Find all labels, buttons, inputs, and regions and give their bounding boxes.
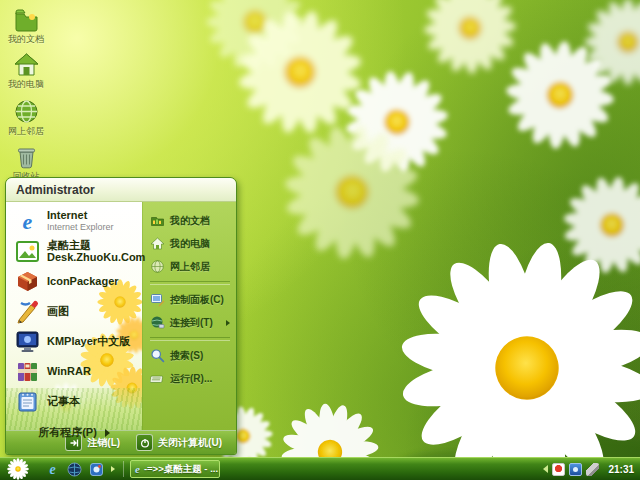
start-menu-places-panel: 我的文档 我的电脑 网上邻居 xyxy=(142,202,236,430)
desktop-icon-recycle-bin[interactable]: 回收站 xyxy=(2,143,50,181)
program-item-iconpackager[interactable]: IconPackager xyxy=(6,266,142,296)
menu-separator xyxy=(150,337,230,341)
desktop-icon-label: 我的电脑 xyxy=(8,79,44,89)
iconpackager-icon xyxy=(15,269,40,294)
menu-item-label: 我的电脑 xyxy=(170,237,210,251)
program-title: WinRAR xyxy=(47,365,91,377)
program-title: 记事本 xyxy=(47,395,80,407)
my-computer-icon xyxy=(13,51,40,78)
start-button[interactable] xyxy=(3,458,33,480)
connect-to-icon xyxy=(150,315,165,330)
tray-collapse-chevron-icon[interactable] xyxy=(543,465,548,473)
tray-ime-pen-icon[interactable] xyxy=(586,463,599,476)
quick-launch-ie-icon[interactable]: e xyxy=(45,462,60,477)
all-programs-arrow-icon xyxy=(105,429,110,437)
winrar-icon xyxy=(15,359,40,384)
desktop-icon-my-documents[interactable]: 我的文档 xyxy=(2,6,50,44)
desktop-icon-network-places[interactable]: 网上邻居 xyxy=(2,98,50,136)
system-tray: 21:31 xyxy=(543,463,637,476)
my-computer-icon xyxy=(150,236,165,251)
menu-separator xyxy=(150,281,230,285)
zhuoku-theme-icon xyxy=(15,239,40,264)
submenu-arrow-icon xyxy=(226,320,230,326)
notepad-icon xyxy=(15,389,40,414)
control-panel-icon xyxy=(150,292,165,307)
quick-launch-bar: e xyxy=(45,462,115,477)
kmplayer-icon xyxy=(15,329,40,354)
menu-item-control-panel[interactable]: 控制面板(C) xyxy=(149,288,231,311)
desktop-icon-label: 网上邻居 xyxy=(8,126,44,136)
menu-item-my-documents[interactable]: 我的文档 xyxy=(149,209,231,232)
program-item-zhuoku-theme[interactable]: 桌酷主题Desk.ZhuoKu.Com xyxy=(6,236,142,266)
program-item-notepad[interactable]: 记事本 xyxy=(6,386,142,416)
run-icon xyxy=(150,371,165,386)
program-item-internet[interactable]: e Internet Internet Explorer xyxy=(6,206,142,236)
network-places-icon xyxy=(13,98,40,125)
program-title: IconPackager xyxy=(47,275,119,287)
taskbar-clock[interactable]: 21:31 xyxy=(608,464,634,475)
recycle-bin-icon xyxy=(13,143,40,170)
program-title: KMPlayer中文版 xyxy=(47,335,130,347)
my-documents-icon xyxy=(13,6,40,33)
window-ie-icon: e xyxy=(135,462,140,477)
program-subtitle: Internet Explorer xyxy=(47,221,114,233)
quick-launch-app-icon[interactable] xyxy=(89,462,104,477)
start-menu-username: Administrator xyxy=(16,183,95,197)
menu-item-search[interactable]: 搜索(S) xyxy=(149,344,231,367)
menu-item-label: 运行(R)... xyxy=(170,372,212,386)
start-menu-user-banner: Administrator xyxy=(6,178,236,202)
menu-item-label: 控制面板(C) xyxy=(170,293,224,307)
menu-item-connect-to[interactable]: 连接到(T) xyxy=(149,311,231,334)
tray-app-red-icon[interactable] xyxy=(552,463,565,476)
program-title: Internet xyxy=(47,209,114,221)
program-item-winrar[interactable]: WinRAR xyxy=(6,356,142,386)
menu-item-network-places[interactable]: 网上邻居 xyxy=(149,255,231,278)
menu-item-run[interactable]: 运行(R)... xyxy=(149,367,231,390)
program-item-kmplayer[interactable]: KMPlayer中文版 xyxy=(6,326,142,356)
menu-item-label: 搜索(S) xyxy=(170,349,203,363)
program-title: 桌酷主题Desk.ZhuoKu.Com xyxy=(47,239,145,263)
turn-off-computer-label: 关闭计算机(U) xyxy=(158,436,222,450)
start-menu-programs-panel: e Internet Internet Explorer 桌酷主题Desk.Zh… xyxy=(6,202,142,430)
internet-explorer-icon: e xyxy=(15,209,40,234)
menu-item-label: 我的文档 xyxy=(170,214,210,228)
network-places-icon xyxy=(150,259,165,274)
menu-item-label: 连接到(T) xyxy=(170,316,213,330)
menu-item-my-computer[interactable]: 我的电脑 xyxy=(149,232,231,255)
program-title: 画图 xyxy=(47,305,69,317)
desktop-icon-my-computer[interactable]: 我的电脑 xyxy=(2,51,50,89)
all-programs-button[interactable]: 所有程序(P) xyxy=(6,416,142,451)
quick-launch-chevron-icon[interactable] xyxy=(111,466,115,472)
my-documents-icon xyxy=(150,213,165,228)
menu-item-label: 网上邻居 xyxy=(170,260,210,274)
paint-icon xyxy=(15,299,40,324)
all-programs-label: 所有程序(P) xyxy=(38,425,97,440)
window-button-label: -=>>桌酷主题 - ... xyxy=(144,463,218,476)
search-icon xyxy=(150,348,165,363)
taskbar: e e -=>>桌酷主题 - ... 21:31 xyxy=(0,457,640,480)
start-daisy-icon xyxy=(6,457,30,480)
start-menu-body: e Internet Internet Explorer 桌酷主题Desk.Zh… xyxy=(6,202,236,430)
taskbar-window-button[interactable]: e -=>>桌酷主题 - ... xyxy=(130,460,220,478)
program-item-paint[interactable]: 画图 xyxy=(6,296,142,326)
tray-app-blue-icon[interactable] xyxy=(569,463,582,476)
quick-launch-globe-icon[interactable] xyxy=(67,462,82,477)
screen: 我的文档 我的电脑 网上邻居 回收站 xyxy=(0,0,640,480)
taskbar-separator xyxy=(123,461,124,477)
turn-off-computer-button[interactable]: 关闭计算机(U) xyxy=(136,434,222,451)
desktop-icon-label: 我的文档 xyxy=(8,34,44,44)
start-menu: Administrator e Internet Internet Explor… xyxy=(5,177,237,455)
